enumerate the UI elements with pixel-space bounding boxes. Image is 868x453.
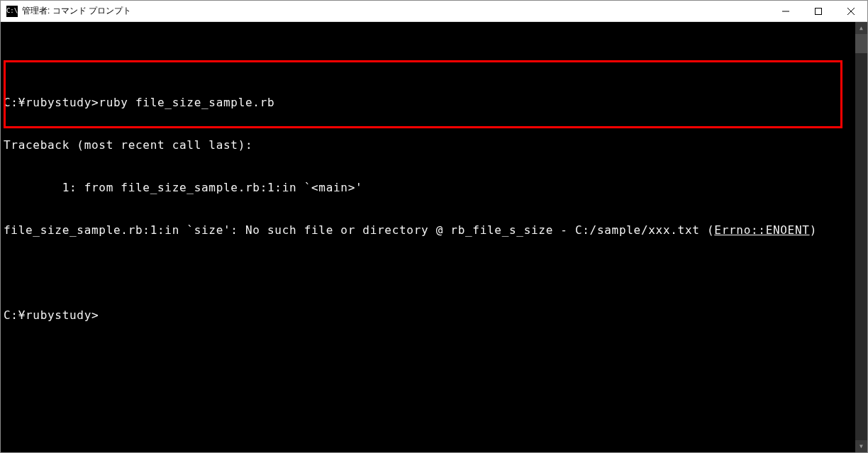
titlebar[interactable]: C:\ 管理者: コマンド プロンプト bbox=[1, 1, 867, 22]
scrollbar-up-button[interactable]: ▲ bbox=[855, 22, 867, 34]
cmd-icon: C:\ bbox=[6, 6, 18, 17]
error-text-pre: file_size_sample.rb:1:in `size': No such… bbox=[4, 223, 714, 237]
console-area: C:¥rubystudy>ruby file_size_sample.rb Tr… bbox=[1, 22, 867, 452]
error-class-name: Errno::ENOENT bbox=[714, 223, 809, 237]
maximize-icon bbox=[815, 8, 822, 15]
svg-rect-1 bbox=[816, 8, 822, 14]
highlight-annotation bbox=[4, 60, 842, 128]
console-line-error: file_size_sample.rb:1:in `size': No such… bbox=[4, 223, 852, 237]
scrollbar-down-button[interactable]: ▼ bbox=[855, 440, 867, 452]
command-prompt-window: C:\ 管理者: コマンド プロンプト C:¥rubystudy>ruby fi… bbox=[0, 0, 868, 453]
minimize-icon bbox=[782, 8, 789, 15]
console-line-prompt: C:¥rubystudy> bbox=[4, 308, 852, 323]
maximize-button[interactable] bbox=[802, 1, 835, 22]
console-line-traceback: Traceback (most recent call last): bbox=[4, 138, 852, 152]
scrollbar-thumb[interactable] bbox=[855, 34, 867, 53]
close-button[interactable] bbox=[835, 1, 867, 22]
console-content[interactable]: C:¥rubystudy>ruby file_size_sample.rb Tr… bbox=[1, 22, 855, 452]
minimize-button[interactable] bbox=[769, 1, 802, 22]
window-title: 管理者: コマンド プロンプト bbox=[22, 5, 769, 17]
close-icon bbox=[847, 8, 855, 15]
blank-line bbox=[4, 266, 852, 280]
window-controls bbox=[769, 1, 867, 22]
chevron-down-icon: ▼ bbox=[859, 443, 863, 449]
vertical-scrollbar[interactable]: ▲ ▼ bbox=[855, 22, 867, 452]
blank-line bbox=[4, 53, 852, 67]
error-text-post: ) bbox=[810, 223, 817, 237]
chevron-up-icon: ▲ bbox=[859, 25, 863, 31]
console-line-command: C:¥rubystudy>ruby file_size_sample.rb bbox=[4, 96, 852, 110]
console-line-traceback-from: 1: from file_size_sample.rb:1:in `<main>… bbox=[4, 181, 852, 195]
